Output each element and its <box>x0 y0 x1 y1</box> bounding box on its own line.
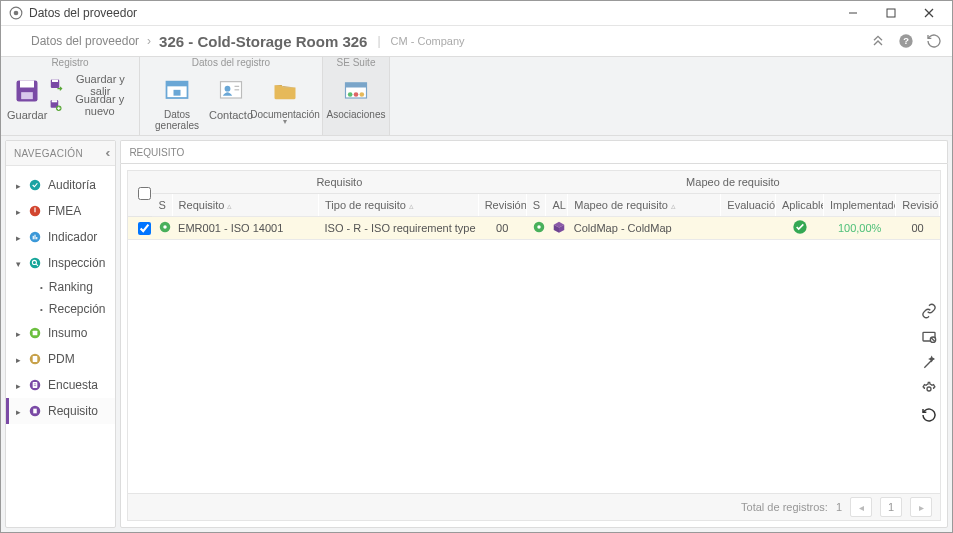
window-minimize-button[interactable] <box>834 2 872 24</box>
save-new-label: Guardar y nuevo <box>66 93 133 117</box>
form-icon <box>163 77 191 105</box>
nav-item-label: Insumo <box>48 326 87 340</box>
nav-header-label: NAVEGACIÓN <box>14 148 83 159</box>
sort-icon: ▵ <box>409 201 414 211</box>
save-icon <box>13 77 41 105</box>
window-maximize-button[interactable] <box>872 2 910 24</box>
nav-subitem-recepcion[interactable]: Recepción <box>6 298 115 320</box>
nav-item-indicador[interactable]: Indicador <box>6 224 115 250</box>
caret-right-icon <box>16 178 26 192</box>
row-checkbox[interactable] <box>138 222 151 235</box>
caret-right-icon <box>16 204 26 218</box>
caret-right-icon <box>16 378 26 392</box>
save-exit-button[interactable]: Guardar y salir <box>49 75 133 95</box>
content-header: REQUISITO <box>120 140 948 163</box>
window-title: Datos del proveedor <box>29 6 137 20</box>
settings-icon[interactable] <box>921 381 937 397</box>
col-revision2[interactable]: Revisión <box>896 194 940 217</box>
svg-point-59 <box>927 387 931 391</box>
col-s1[interactable]: S <box>152 194 172 217</box>
nav-item-label: PDM <box>48 352 75 366</box>
col-aplicable[interactable]: Aplicable <box>775 194 823 217</box>
main: NAVEGACIÓN ‹‹ Auditoría FMEA Indicado <box>1 136 952 532</box>
breadcrumb-separator-icon: › <box>147 34 151 48</box>
nav-item-insumo[interactable]: Insumo <box>6 320 115 346</box>
svg-rect-33 <box>33 236 34 240</box>
col-s2[interactable]: S <box>526 194 546 217</box>
col-checkbox[interactable] <box>128 171 152 217</box>
supply-icon <box>28 326 42 340</box>
svg-rect-3 <box>887 9 895 17</box>
cell-requisito: EMR001 - ISO 14001 <box>172 217 318 240</box>
breadcrumb-root[interactable]: Datos del proveedor <box>31 34 139 48</box>
ribbon-group-se-suite: SE Suite Asociaciones <box>323 57 390 135</box>
col-mapeo[interactable]: Mapeo de requisito▵ <box>568 194 721 217</box>
nav-header: NAVEGACIÓN ‹‹ <box>6 141 115 166</box>
cube-icon <box>552 220 566 234</box>
chevron-double-up-icon[interactable] <box>870 33 886 49</box>
nav-subitem-ranking[interactable]: Ranking <box>6 276 115 298</box>
nav-item-requisito[interactable]: Requisito <box>6 398 115 424</box>
cell-implementado: 100,00% <box>824 217 896 240</box>
col-tipo[interactable]: Tipo de requisito▵ <box>319 194 479 217</box>
ribbon-group-header: Registro <box>1 57 139 68</box>
cell-revision1: 00 <box>478 217 526 240</box>
window-close-button[interactable] <box>910 2 948 24</box>
ribbon-group-registro: Registro Guardar Guardar y salir Guardar… <box>1 57 140 135</box>
pager-next-button[interactable]: ▸ <box>910 497 932 517</box>
status-gear-icon <box>158 220 172 234</box>
magic-wand-icon[interactable] <box>921 355 937 371</box>
check-circle-icon <box>792 219 808 235</box>
associations-button[interactable]: Asociaciones <box>329 75 383 122</box>
select-all-checkbox[interactable] <box>138 187 151 200</box>
col-al[interactable]: AL <box>546 194 568 217</box>
nav-item-label: Requisito <box>48 404 98 418</box>
nav-item-label: Inspección <box>48 256 105 270</box>
nav-item-label: FMEA <box>48 204 81 218</box>
nav-subitem-label: Recepción <box>49 302 106 316</box>
general-data-button[interactable]: Datos generales <box>146 75 208 133</box>
nav-item-auditoria[interactable]: Auditoría <box>6 172 115 198</box>
col-evaluacion[interactable]: Evaluación <box>721 194 776 217</box>
save-label: Guardar <box>7 109 47 121</box>
pager-prev-button[interactable]: ◂ <box>850 497 872 517</box>
refresh-icon[interactable] <box>921 407 937 423</box>
caret-right-icon <box>16 326 26 340</box>
pager-current-page[interactable]: 1 <box>880 497 902 517</box>
nav-item-label: Auditoría <box>48 178 96 192</box>
help-icon[interactable]: ? <box>898 33 914 49</box>
associations-label: Asociaciones <box>327 109 386 120</box>
ribbon: Registro Guardar Guardar y salir Guardar… <box>1 56 952 136</box>
save-new-button[interactable]: Guardar y nuevo <box>49 95 133 115</box>
nav-item-pdm[interactable]: PDM <box>6 346 115 372</box>
table-row[interactable]: EMR001 - ISO 14001 ISO - R - ISO require… <box>128 217 939 240</box>
link-icon[interactable] <box>921 303 937 319</box>
svg-point-27 <box>348 92 353 97</box>
unlink-icon[interactable] <box>921 329 937 345</box>
general-data-label: Datos generales <box>146 109 208 131</box>
refresh-icon[interactable] <box>926 33 942 49</box>
svg-rect-44 <box>33 382 38 388</box>
svg-rect-26 <box>346 83 367 88</box>
cell-evaluacion <box>721 217 776 240</box>
nav-collapse-icon[interactable]: ‹‹ <box>105 146 107 160</box>
associations-icon <box>342 77 370 105</box>
col-implementado[interactable]: Implementado <box>824 194 896 217</box>
audit-icon <box>28 178 42 192</box>
nav-item-inspeccion[interactable]: Inspección <box>6 250 115 276</box>
breadcrumb-current: 326 - Cold-Storage Room 326 <box>159 33 367 50</box>
contact-button[interactable]: Contacto <box>208 75 254 123</box>
contact-label: Contacto <box>209 109 253 121</box>
svg-text:?: ? <box>903 36 909 46</box>
caret-down-icon <box>16 256 26 270</box>
svg-rect-12 <box>52 80 58 82</box>
col-revision1[interactable]: Revisión <box>478 194 526 217</box>
documentation-button[interactable]: Documentación ▾ <box>254 75 316 126</box>
col-requisito[interactable]: Requisito▵ <box>172 194 318 217</box>
indicator-icon <box>28 230 42 244</box>
svg-rect-14 <box>52 100 57 102</box>
nav-item-fmea[interactable]: FMEA <box>6 198 115 224</box>
save-button[interactable]: Guardar <box>7 75 47 123</box>
pager-total-label: Total de registros: <box>741 501 828 513</box>
nav-item-encuesta[interactable]: Encuesta <box>6 372 115 398</box>
